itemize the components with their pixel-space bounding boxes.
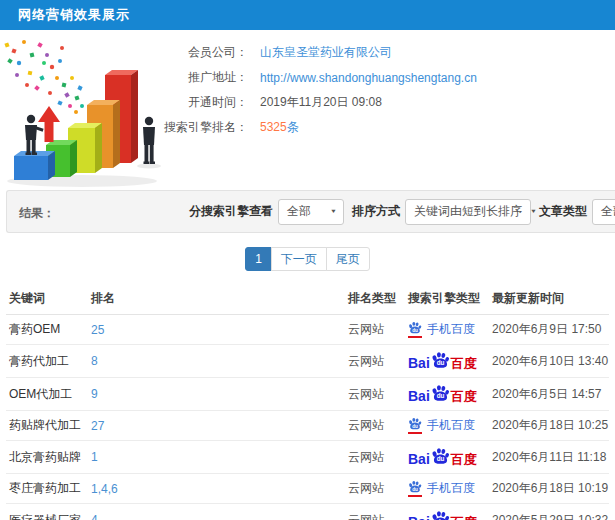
pagination-last-button[interactable]: 尾页 — [326, 247, 370, 271]
rank-type-cell: 云网站 — [345, 315, 405, 345]
keyword-ranking-table: 关键词 排名 排名类型 搜索引擎类型 最新更新时间 膏药OEM25云网站 du … — [6, 283, 609, 520]
rank-type-cell: 云网站 — [345, 411, 405, 441]
updated-cell: 2020年6月18日 10:25 — [489, 411, 609, 441]
growth-arrow-icon — [38, 106, 60, 142]
article-type-label: 文章类型 — [539, 203, 587, 220]
rank-cell: 9 — [88, 378, 345, 411]
sort-filter-select[interactable]: 关键词由短到长排序 ▼ — [405, 199, 531, 225]
pagination-next-button[interactable]: 下一页 — [271, 247, 327, 271]
engine-type-cell: du 手机百度 — [405, 411, 489, 441]
svg-text:du: du — [412, 424, 418, 429]
page-header: 网络营销效果展示 — [0, 0, 615, 30]
open-time-row: 开通时间： 2019年11月20日 09:08 — [152, 90, 477, 115]
keyword-cell: 膏药代加工 — [6, 345, 88, 378]
rank-cell: 27 — [88, 411, 345, 441]
rank-count-label: 搜索引擎排名： — [152, 119, 248, 136]
rank-link[interactable]: 25 — [91, 323, 104, 337]
mobile-baidu-logo: du 手机百度 — [408, 321, 475, 338]
member-company-link[interactable]: 山东皇圣堂药业有限公司 — [260, 44, 392, 61]
sort-filter-value: 关键词由短到长排序 — [414, 203, 522, 220]
table-row: 膏药代加工8云网站 Bai du 百度 2020年6月10日 13:40 — [6, 345, 609, 378]
confetti-dots-icon — [4, 40, 84, 114]
promo-url-link[interactable]: http://www.shandonghuangshengtang.cn — [260, 71, 477, 85]
rank-link[interactable]: 4 — [91, 513, 98, 520]
mobile-baidu-logo: du 手机百度 — [408, 417, 475, 434]
article-type-value: 全部 — [601, 203, 615, 220]
column-updated: 最新更新时间 — [489, 283, 609, 315]
rank-cell: 4 — [88, 504, 345, 520]
bar-blue — [14, 151, 55, 180]
table-body: 膏药OEM25云网站 du 手机百度 2020年6月9日 17:50膏药代加工8… — [6, 315, 609, 520]
rank-link[interactable]: 8 — [91, 354, 98, 368]
rank-cell: 1,4,6 — [88, 474, 345, 504]
open-time-value: 2019年11月20日 09:08 — [260, 94, 382, 111]
baidu-logo-cn-text: 百度 — [451, 390, 477, 403]
svg-text:du: du — [412, 328, 418, 333]
table-row: 药贴牌代加工27云网站 du 手机百度 2020年6月18日 10:25 — [6, 411, 609, 441]
updated-cell: 2020年6月5日 14:57 — [489, 378, 609, 411]
column-rank-type: 排名类型 — [345, 283, 405, 315]
pagination: 1 下一页 尾页 — [0, 247, 615, 271]
baidu-logo: Bai du 百度 — [408, 447, 477, 466]
article-type-select[interactable]: 全部 ▼ — [592, 199, 615, 225]
engine-filter-select[interactable]: 全部 ▼ — [278, 199, 344, 225]
baidu-paw-icon: du — [408, 321, 422, 335]
member-company-label: 会员公司： — [152, 44, 248, 61]
table-row: 医疗器械厂家4云网站 Bai du 百度 2020年5月29日 10:32 — [6, 504, 609, 520]
engine-type-cell: Bai du 百度 — [405, 345, 489, 378]
rank-type-cell: 云网站 — [345, 345, 405, 378]
keyword-cell: OEM代加工 — [6, 378, 88, 411]
engine-type-cell: Bai du 百度 — [405, 378, 489, 411]
engine-type-cell: Bai du 百度 — [405, 504, 489, 520]
rank-type-cell: 云网站 — [345, 474, 405, 504]
updated-cell: 2020年6月11日 11:18 — [489, 441, 609, 474]
svg-text:du: du — [436, 392, 444, 399]
baidu-logo: Bai du 百度 — [408, 384, 477, 403]
engine-filter-value: 全部 — [287, 203, 311, 220]
chevron-down-icon: ▼ — [530, 209, 537, 215]
marketing-effect-page: 网络营销效果展示 — [0, 0, 615, 520]
keyword-cell: 北京膏药贴牌 — [6, 441, 88, 474]
mobile-baidu-label: 手机百度 — [427, 321, 475, 338]
rank-link[interactable]: 27 — [91, 419, 104, 433]
chevron-down-icon: ▼ — [330, 209, 337, 215]
result-label: 结果： — [19, 205, 55, 222]
engine-type-cell: Bai du 百度 — [405, 441, 489, 474]
promo-url-row: 推广地址： http://www.shandonghuangshengtang.… — [152, 65, 477, 90]
baidu-logo: Bai du 百度 — [408, 351, 477, 370]
svg-text:du: du — [436, 455, 444, 462]
rank-count-row: 搜索引擎排名： 5325条 — [152, 115, 477, 140]
rank-link[interactable]: 9 — [91, 387, 98, 401]
baidu-paw-icon: du — [431, 447, 450, 466]
mobile-baidu-label: 手机百度 — [427, 480, 475, 497]
member-info-section: 会员公司： 山东皇圣堂药业有限公司 推广地址： http://www.shand… — [0, 30, 615, 190]
rank-type-cell: 云网站 — [345, 441, 405, 474]
pagination-page-1[interactable]: 1 — [245, 247, 272, 271]
keyword-cell: 膏药OEM — [6, 315, 88, 345]
updated-cell: 2020年6月18日 10:19 — [489, 474, 609, 504]
baidu-paw-icon: du — [431, 384, 450, 403]
open-time-label: 开通时间： — [152, 94, 248, 111]
rank-link[interactable]: 1,4,6 — [91, 482, 118, 496]
filter-controls: 分搜索引擎查看 全部 ▼ 排序方式 关键词由短到长排序 ▼ 文章类型 全部 ▼ … — [189, 191, 615, 232]
table-header-row: 关键词 排名 排名类型 搜索引擎类型 最新更新时间 — [6, 283, 609, 315]
baidu-paw-icon: du — [408, 480, 422, 494]
table-row: OEM代加工9云网站 Bai du 百度 2020年6月5日 14:57 — [6, 378, 609, 411]
table-row: 北京膏药贴牌1云网站 Bai du 百度 2020年6月11日 11:18 — [6, 441, 609, 474]
table-row: 枣庄膏药加工1,4,6云网站 du 手机百度 2020年6月18日 10:19 — [6, 474, 609, 504]
updated-cell: 2020年6月9日 17:50 — [489, 315, 609, 345]
engine-filter-label: 分搜索引擎查看 — [189, 203, 273, 220]
filter-bar: 结果： 分搜索引擎查看 全部 ▼ 排序方式 关键词由短到长排序 ▼ 文章类型 全… — [6, 190, 615, 233]
keyword-cell: 枣庄膏药加工 — [6, 474, 88, 504]
page-title: 网络营销效果展示 — [18, 6, 130, 24]
promo-url-label: 推广地址： — [152, 69, 248, 86]
engine-type-cell: du 手机百度 — [405, 315, 489, 345]
keyword-cell: 药贴牌代加工 — [6, 411, 88, 441]
baidu-paw-icon: du — [431, 510, 450, 520]
svg-text:du: du — [412, 487, 418, 492]
rank-count-value: 5325 — [260, 120, 287, 134]
member-info: 会员公司： 山东皇圣堂药业有限公司 推广地址： http://www.shand… — [152, 40, 477, 140]
sort-filter-label: 排序方式 — [352, 203, 400, 220]
mobile-baidu-label: 手机百度 — [427, 417, 475, 434]
rank-link[interactable]: 1 — [91, 450, 98, 464]
